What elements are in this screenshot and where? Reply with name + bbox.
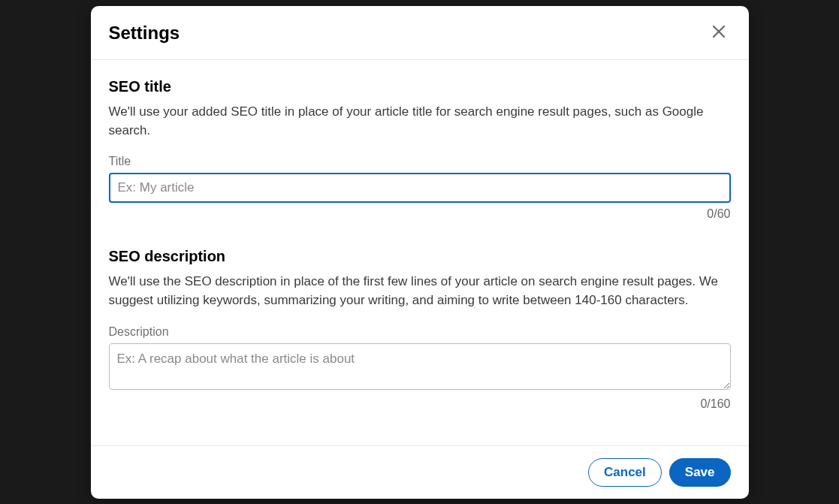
modal-title: Settings (109, 23, 180, 44)
seo-description-input[interactable] (109, 343, 731, 390)
seo-description-label: Description (109, 325, 731, 339)
modal-footer: Cancel Save (91, 445, 749, 499)
seo-title-input[interactable] (109, 173, 731, 203)
seo-title-counter: 0/60 (109, 207, 731, 221)
seo-description-section: SEO description We'll use the SEO descri… (109, 248, 731, 410)
seo-description-heading: SEO description (109, 248, 731, 265)
close-icon (710, 23, 728, 43)
seo-title-explain: We'll use your added SEO title in place … (109, 103, 731, 140)
seo-description-explain: We'll use the SEO description in place o… (109, 273, 731, 309)
seo-title-section: SEO title We'll use your added SEO title… (109, 78, 731, 221)
seo-description-counter: 0/160 (109, 397, 731, 411)
close-button[interactable] (707, 20, 731, 46)
seo-title-label: Title (109, 155, 731, 168)
seo-title-heading: SEO title (109, 78, 731, 95)
save-button[interactable]: Save (669, 458, 731, 487)
cancel-button[interactable]: Cancel (588, 458, 662, 487)
modal-backdrop: Settings SEO title We'll use your added … (0, 0, 839, 504)
modal-header: Settings (91, 6, 749, 60)
settings-modal: Settings SEO title We'll use your added … (91, 6, 749, 499)
modal-body: SEO title We'll use your added SEO title… (91, 60, 749, 445)
